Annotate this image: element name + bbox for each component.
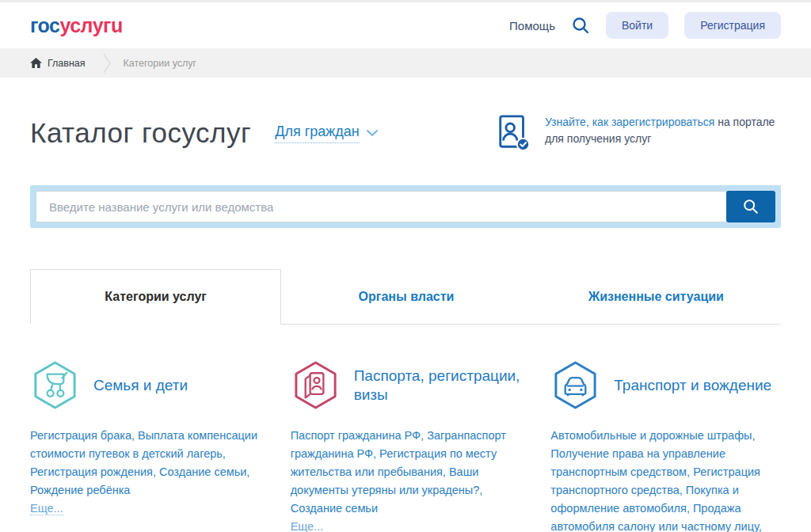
category-grid: Семья и дети Регистрация брака, Выплата … bbox=[30, 359, 781, 532]
passport-icon bbox=[291, 359, 341, 411]
service-search-input[interactable] bbox=[36, 191, 726, 222]
logo-part-red: услугu bbox=[59, 14, 122, 36]
category-passports-title: Паспорта, регистрации, визы bbox=[354, 367, 521, 405]
category-passports-links-text[interactable]: Паспорт гражданина РФ, Загранпаспорт гра… bbox=[291, 429, 506, 515]
category-passports-links[interactable]: Паспорт гражданина РФ, Загранпаспорт гра… bbox=[291, 427, 521, 532]
registration-hint-link[interactable]: Узнайте, как зарегистрироваться bbox=[545, 116, 714, 128]
category-family-links[interactable]: Регистрация брака, Выплата компенсации с… bbox=[30, 427, 261, 518]
service-search-button[interactable] bbox=[726, 191, 775, 222]
category-family-header[interactable]: Семья и дети bbox=[30, 359, 261, 411]
main-content: Каталог госуслуг Для граждан Узнайте, ка… bbox=[0, 112, 811, 532]
category-family-links-text[interactable]: Регистрация брака, Выплата компенсации с… bbox=[30, 429, 257, 496]
breadcrumb-home[interactable]: Главная bbox=[30, 58, 86, 69]
category-passports-header[interactable]: Паспорта, регистрации, визы bbox=[291, 359, 521, 411]
header-actions: Помощь Войти Регистрация bbox=[509, 12, 781, 39]
gosuslugi-logo[interactable]: госуслугu bbox=[30, 14, 123, 37]
chevron-down-icon bbox=[367, 130, 378, 136]
category-family: Семья и дети Регистрация брака, Выплата … bbox=[30, 359, 261, 532]
category-passports-more-link[interactable]: Еще... bbox=[291, 520, 324, 532]
breadcrumb: Главная Категории услуг bbox=[0, 48, 811, 78]
register-button[interactable]: Регистрация bbox=[684, 12, 781, 39]
breadcrumb-current: Категории услуг bbox=[124, 58, 197, 69]
tab-authorities[interactable]: Органы власти bbox=[281, 269, 531, 325]
category-transport-title: Транспорт и вождение bbox=[614, 376, 771, 395]
title-row: Каталог госуслуг Для граждан Узнайте, ка… bbox=[30, 112, 781, 154]
tab-service-categories[interactable]: Категории услуг bbox=[30, 269, 281, 325]
registration-hint: Узнайте, как зарегистрироваться на порта… bbox=[496, 112, 781, 154]
audience-selector[interactable]: Для граждан bbox=[275, 124, 378, 143]
page-title: Каталог госуслуг bbox=[30, 117, 251, 149]
search-icon[interactable] bbox=[571, 16, 590, 35]
category-transport-header[interactable]: Транспорт и вождение bbox=[550, 359, 781, 411]
search-icon bbox=[742, 198, 760, 215]
help-link[interactable]: Помощь bbox=[509, 19, 555, 32]
app-header: госуслугu Помощь Войти Регистрация bbox=[0, 2, 811, 48]
tab-life-situations[interactable]: Жизненные ситуации bbox=[531, 269, 781, 325]
car-icon bbox=[550, 359, 600, 411]
category-family-title: Семья и дети bbox=[93, 376, 188, 395]
chevron-right-icon bbox=[103, 53, 111, 74]
category-transport-links-text[interactable]: Автомобильные и дорожные штрафы, Получен… bbox=[550, 429, 761, 532]
id-card-check-icon bbox=[496, 112, 532, 154]
catalog-tabs: Категории услуг Органы власти Жизненные … bbox=[30, 269, 781, 325]
stroller-icon bbox=[30, 359, 80, 411]
category-family-more-link[interactable]: Еще... bbox=[30, 502, 63, 515]
category-transport-links[interactable]: Автомобильные и дорожные штрафы, Получен… bbox=[550, 427, 781, 532]
breadcrumb-home-label: Главная bbox=[48, 58, 86, 69]
registration-hint-text: Узнайте, как зарегистрироваться на порта… bbox=[545, 112, 781, 147]
login-button[interactable]: Войти bbox=[606, 12, 668, 39]
category-passports: Паспорта, регистрации, визы Паспорт граж… bbox=[291, 359, 521, 532]
logo-part-blue: гос bbox=[30, 14, 59, 36]
home-icon bbox=[30, 58, 42, 68]
service-search-panel bbox=[30, 185, 781, 228]
category-transport: Транспорт и вождение Автомобильные и дор… bbox=[550, 359, 781, 532]
audience-label: Для граждан bbox=[275, 124, 360, 143]
